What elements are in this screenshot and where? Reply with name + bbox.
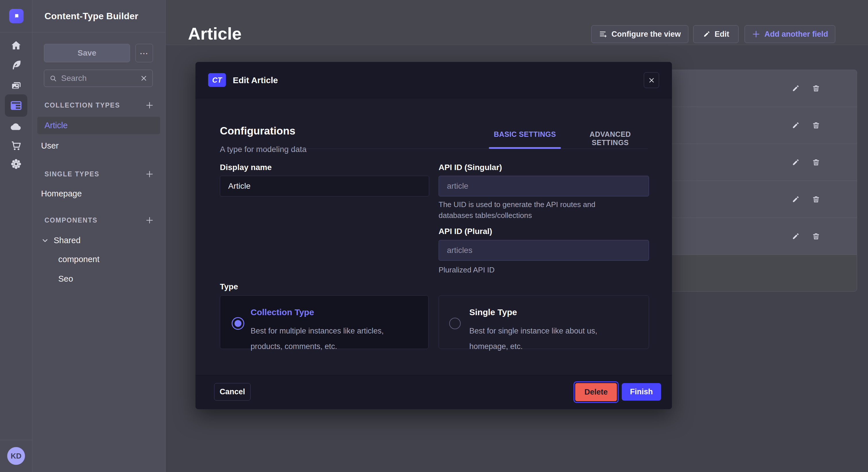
finish-button[interactable]: Finish [622, 383, 661, 401]
search-icon [50, 74, 57, 82]
edit-content-type-modal: CT Edit Article Configurations A type fo… [195, 62, 672, 409]
api-id-singular-hint: The UID is used to generate the API rout… [439, 199, 628, 221]
sidebar-item-article[interactable]: Article [37, 117, 160, 134]
sidebar-group-shared[interactable]: Shared [41, 236, 81, 245]
plus-icon [752, 30, 761, 38]
sidebar-search[interactable] [44, 70, 153, 87]
delete-button[interactable]: Delete [575, 383, 617, 401]
section-collection-types: COLLECTION TYPES [44, 101, 154, 109]
section-components: COMPONENTS [44, 216, 154, 225]
type-label: Type [220, 282, 238, 291]
more-options-button[interactable]: ⋯ [135, 44, 153, 62]
configure-list-icon [599, 30, 608, 38]
close-icon[interactable] [644, 72, 659, 88]
collection-type-option[interactable]: Collection Type Best for multiple instan… [220, 295, 429, 349]
chevron-down-icon [41, 237, 49, 245]
plugin-sidebar-header: Content-Type Builder [32, 0, 165, 32]
configure-view-button[interactable]: Configure the view [591, 25, 688, 43]
modal-footer: Cancel Delete Finish [195, 375, 672, 409]
content-type-builder-icon[interactable] [5, 94, 27, 117]
active-tab-underline [489, 147, 561, 149]
clear-search-icon[interactable] [141, 75, 147, 82]
trash-icon[interactable] [810, 120, 822, 131]
plugin-sidebar: Content-Type Builder Save ⋯ COLLECTION T… [32, 0, 166, 472]
display-name-input[interactable] [220, 176, 429, 196]
logo-box [0, 0, 32, 32]
ellipsis-icon: ⋯ [140, 48, 149, 58]
add-single-type-button[interactable] [145, 170, 154, 178]
api-id-plural-label: API ID (Plural) [439, 227, 492, 236]
main-nav-rail: KD [0, 0, 32, 472]
save-button[interactable]: Save [44, 44, 130, 62]
edit-icon[interactable] [790, 194, 801, 205]
user-avatar[interactable]: KD [7, 447, 25, 465]
section-subtitle: A type for modeling data [220, 145, 307, 154]
pencil-icon [703, 30, 711, 38]
delete-button-focus-ring: Delete [574, 381, 619, 403]
cancel-button[interactable]: Cancel [214, 383, 251, 401]
search-input[interactable] [61, 74, 136, 83]
app-screen: KD Content-Type Builder Save ⋯ COLLECTIO… [0, 0, 868, 472]
radio-unselected-icon[interactable] [449, 318, 461, 329]
content-type-badge: CT [208, 73, 226, 87]
sidebar-item-user[interactable]: User [41, 141, 59, 150]
marketplace-icon[interactable] [10, 139, 22, 152]
trash-icon[interactable] [810, 157, 822, 168]
settings-icon[interactable] [10, 158, 22, 170]
add-component-button[interactable] [145, 216, 154, 225]
single-type-title: Single Type [469, 307, 517, 317]
api-id-singular-label: API ID (Singular) [439, 163, 502, 172]
edit-icon[interactable] [790, 82, 801, 94]
edit-icon[interactable] [790, 231, 801, 242]
radio-selected-icon[interactable] [231, 317, 244, 330]
content-manager-icon[interactable] [10, 59, 22, 71]
sidebar-item-seo[interactable]: Seo [58, 274, 73, 283]
collection-type-description: Best for multiple instances like article… [251, 323, 417, 354]
add-collection-type-button[interactable] [145, 101, 154, 109]
modal-title: Edit Article [233, 75, 278, 85]
sidebar-item-homepage[interactable]: Homepage [41, 189, 82, 198]
api-id-singular-input[interactable] [439, 176, 649, 196]
edit-icon[interactable] [790, 120, 801, 131]
trash-icon[interactable] [810, 194, 822, 205]
api-id-plural-input[interactable] [439, 240, 649, 261]
api-id-plural-hint: Pluralized API ID [439, 264, 628, 275]
edit-button[interactable]: Edit [693, 25, 739, 43]
home-icon[interactable] [10, 39, 22, 52]
tab-basic-settings[interactable]: BASIC SETTINGS [489, 130, 561, 138]
section-single-types: SINGLE TYPES [44, 170, 154, 178]
modal-header: CT Edit Article [195, 62, 672, 98]
display-name-label: Display name [220, 163, 272, 172]
strapi-logo-icon[interactable] [9, 9, 24, 23]
page-title: Article [188, 24, 242, 43]
sidebar-item-component[interactable]: component [58, 255, 100, 264]
tab-advanced-settings[interactable]: ADVANCED SETTINGS [570, 130, 650, 147]
media-library-icon[interactable] [10, 79, 22, 92]
tabs-divider [220, 148, 648, 149]
collection-type-title: Collection Type [251, 307, 314, 317]
add-another-field-button[interactable]: Add another field [745, 25, 835, 43]
section-title: Configurations [220, 125, 296, 137]
single-type-description: Best for single instance like about us, … [469, 323, 636, 354]
cloud-icon[interactable] [10, 121, 22, 133]
edit-icon[interactable] [790, 157, 801, 168]
trash-icon[interactable] [810, 82, 822, 94]
single-type-option[interactable]: Single Type Best for single instance lik… [439, 295, 649, 349]
plugin-title: Content-Type Builder [44, 11, 138, 22]
trash-icon[interactable] [810, 231, 822, 242]
